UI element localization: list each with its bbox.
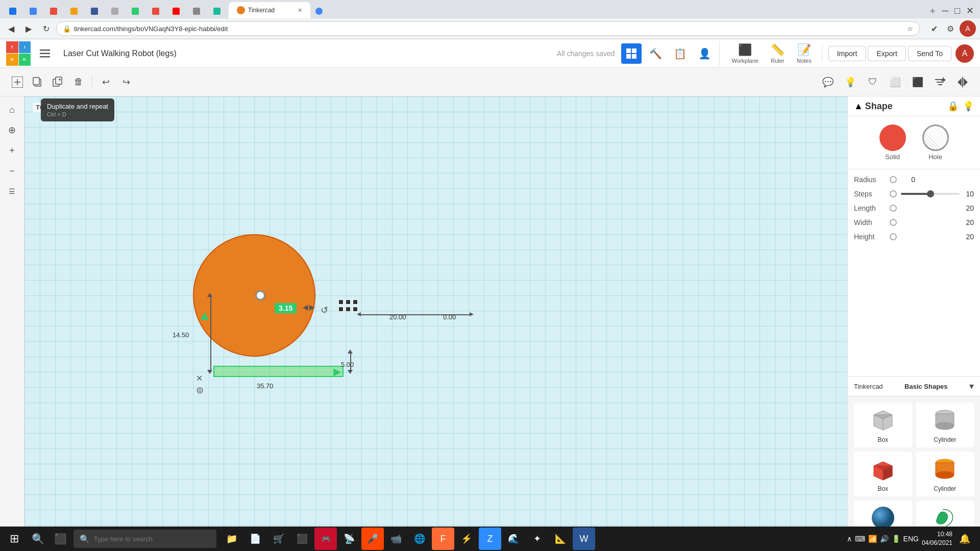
taskbar-app-edge[interactable]: 🌊 <box>502 528 525 550</box>
taskbar-search-bar[interactable]: 🔍 <box>74 530 216 548</box>
user-avatar[interactable]: A <box>955 44 974 63</box>
light-button[interactable]: 💡 <box>841 73 860 91</box>
sel-handle-1[interactable] <box>338 299 344 305</box>
center-handle[interactable] <box>255 290 265 300</box>
radius-dot[interactable] <box>890 176 897 183</box>
browser-tab[interactable] <box>86 4 106 18</box>
browser-tab[interactable] <box>24 4 45 18</box>
browser-tab[interactable] <box>65 4 86 18</box>
battery-icon[interactable]: 🔋 <box>892 535 900 543</box>
profile-button[interactable]: ⚙ <box>943 21 958 36</box>
dimension-box[interactable]: 3.15 <box>275 303 297 313</box>
refresh-button[interactable]: ↻ <box>39 21 53 36</box>
shape-item-box-red[interactable]: Box <box>854 452 912 496</box>
taskbar-app-11[interactable]: ✦ <box>526 528 548 550</box>
width-dot[interactable] <box>890 219 897 226</box>
fit-view-button[interactable]: ⊕ <box>3 121 21 139</box>
hole-option[interactable]: Hole <box>922 124 949 161</box>
taskbar-app-zoom[interactable]: Z <box>479 528 501 550</box>
taskbar-app-12[interactable]: 📐 <box>549 528 572 550</box>
notes-button[interactable]: 📝 Notes <box>791 41 818 66</box>
minimize-button[interactable]: ─ <box>940 4 950 18</box>
green-up-arrow[interactable]: ▶ <box>198 312 210 320</box>
rotation-handle[interactable]: ↺ <box>321 305 328 316</box>
close-button[interactable]: ✕ <box>964 3 976 18</box>
hammer-view-button[interactable]: 🔨 <box>646 43 666 64</box>
redo-button[interactable]: ↪ <box>117 73 135 91</box>
green-right-arrow[interactable]: ▶ <box>333 365 341 378</box>
selection-handles[interactable] <box>338 299 358 319</box>
taskbar-app-9[interactable]: F <box>432 528 454 550</box>
taskbar-app-chrome[interactable]: 🌐 <box>408 528 431 550</box>
start-button[interactable]: ⊞ <box>2 527 27 551</box>
keyboard-icon[interactable]: ⌨ <box>855 535 865 543</box>
mirror-button[interactable] <box>953 73 972 91</box>
new-shape-button[interactable] <box>8 73 27 91</box>
x-close-button[interactable]: ✕ <box>196 373 203 383</box>
bulb-panel-icon[interactable]: 💡 <box>963 101 974 112</box>
delete-button[interactable]: 🗑 <box>69 73 88 91</box>
home-button[interactable]: ⌂ <box>3 101 21 119</box>
steps-slider[interactable] <box>901 193 960 195</box>
tab-close-button[interactable]: × <box>298 6 302 14</box>
taskbar-app-6[interactable]: 📡 <box>338 528 360 550</box>
browser-tab[interactable] <box>167 4 188 18</box>
task-view-button[interactable]: ⬛ <box>49 528 71 550</box>
star-icon[interactable]: ☆ <box>907 25 913 33</box>
browser-tab[interactable] <box>147 4 167 18</box>
export-button[interactable]: Export <box>868 46 905 61</box>
browser-tab[interactable] <box>106 4 127 18</box>
shape-item-box-gray[interactable]: Box <box>854 403 912 447</box>
ungroup-button[interactable]: ⬛ <box>909 73 927 91</box>
taskbar-app-3[interactable]: 🛒 <box>267 528 290 550</box>
shield-button[interactable]: 🛡 <box>864 73 882 91</box>
height-dot[interactable] <box>890 233 897 240</box>
canvas-area[interactable]: TOP 3.15 ◀ ▶ ↺ <box>24 96 847 551</box>
extensions-button[interactable]: ✔ <box>927 21 941 36</box>
size-right-arrow[interactable]: ▶ <box>309 303 315 311</box>
active-tab[interactable]: Tinkercad × <box>229 2 310 18</box>
tinkercad-logo[interactable]: T I N K <box>6 41 31 66</box>
shape-item-cyl-orange[interactable]: Cylinder <box>916 452 974 496</box>
user-add-button[interactable]: 👤 <box>695 43 715 64</box>
taskbar-app-word[interactable]: W <box>573 528 595 550</box>
send-to-button[interactable]: Send To <box>908 46 951 61</box>
workplane-button[interactable]: ⬛ Workplane <box>726 41 765 66</box>
avatar-browser[interactable]: A <box>960 20 976 37</box>
taskbar-app-2[interactable]: 📄 <box>244 528 266 550</box>
taskbar-app-4[interactable]: ⬛ <box>291 528 313 550</box>
sel-handle-4[interactable] <box>338 307 344 312</box>
taskbar-app-10[interactable]: ⚡ <box>455 528 478 550</box>
ruler-button[interactable]: 📏 Ruler <box>765 41 791 66</box>
chevron-up-icon[interactable]: ∧ <box>847 535 852 543</box>
zoom-in-button[interactable]: + <box>3 141 21 160</box>
volume-icon[interactable]: 🔊 <box>880 535 889 543</box>
shape-item-cyl-gray[interactable]: Cylinder <box>916 403 974 447</box>
group-button[interactable]: ⬜ <box>886 73 904 91</box>
shape-lib-expand-icon[interactable]: ▾ <box>969 381 974 392</box>
lock-panel-icon[interactable]: 🔒 <box>947 101 959 112</box>
book-view-button[interactable]: 📋 <box>670 43 691 64</box>
address-bar[interactable]: 🔒 tinkercad.com/things/boVNGaqN3Y8-epic-… <box>56 21 920 36</box>
steps-slider-thumb[interactable] <box>927 190 934 197</box>
leg-shape[interactable] <box>213 366 344 377</box>
browser-tab[interactable] <box>310 4 331 18</box>
taskbar-app-1[interactable]: 📁 <box>220 528 243 550</box>
align-button[interactable] <box>931 73 949 91</box>
solid-option[interactable]: Solid <box>879 124 906 161</box>
size-left-arrow[interactable]: ◀ <box>303 303 308 311</box>
taskbar-app-7[interactable]: 🎤 <box>361 528 384 550</box>
sel-handle-5[interactable] <box>346 307 351 312</box>
duplicate-button[interactable] <box>49 73 67 91</box>
maximize-button[interactable]: □ <box>952 4 962 18</box>
browser-tab[interactable] <box>4 4 24 18</box>
copy-button[interactable] <box>29 73 47 91</box>
browser-tab[interactable] <box>188 4 208 18</box>
menu-icon-button[interactable] <box>37 45 53 62</box>
annotation-button[interactable]: 💬 <box>819 73 837 91</box>
undo-button[interactable]: ↩ <box>96 73 115 91</box>
length-dot[interactable] <box>890 205 897 212</box>
new-tab-button[interactable]: + <box>925 4 940 18</box>
taskbar-app-8[interactable]: 📹 <box>385 528 407 550</box>
stack-icon[interactable]: ⊜ <box>196 385 204 396</box>
